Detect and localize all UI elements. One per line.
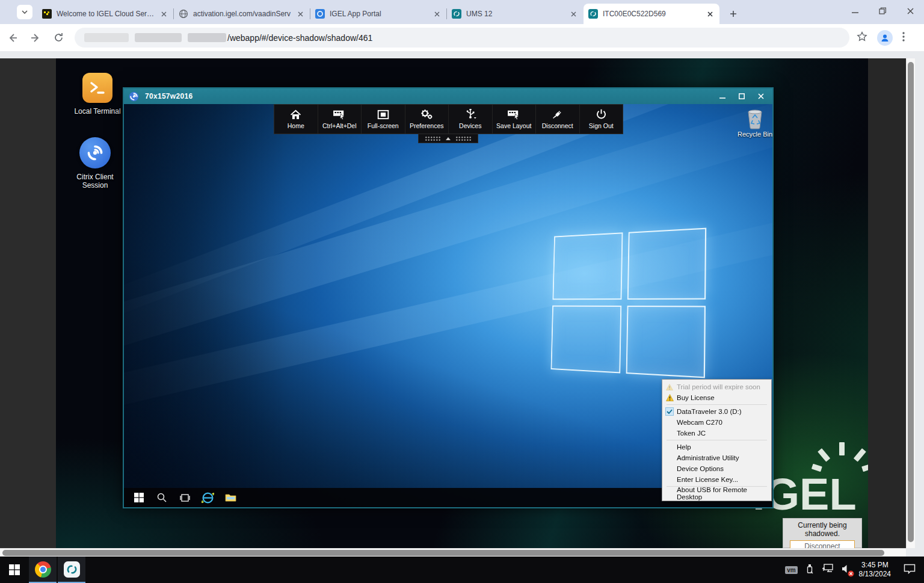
host-clock-date: 8/13/2024: [859, 570, 891, 579]
toolbar-fullscreen-button[interactable]: Full-screen: [362, 105, 405, 134]
browser-menu-kebab-icon[interactable]: [902, 32, 905, 44]
tab-device-shadow-active[interactable]: ITC00E0C522D569: [584, 4, 719, 24]
host-tray-usb-icon[interactable]: [805, 564, 814, 576]
reload-button[interactable]: [48, 28, 69, 48]
new-tab-button[interactable]: [725, 5, 742, 22]
tab-close-icon[interactable]: [295, 9, 305, 19]
remote-file-explorer-button[interactable]: [219, 488, 242, 507]
citrix-session-window: 70x157w2016: [123, 87, 774, 508]
recycle-bin-icon[interactable]: Recycle Bin: [734, 108, 772, 138]
menu-item-device-options[interactable]: Device Options: [662, 463, 771, 474]
gears-icon: [420, 109, 433, 120]
host-taskbar-chrome-button[interactable]: [29, 557, 57, 583]
menu-item-enter-license-key[interactable]: Enter License Key...: [662, 474, 771, 485]
browser-restore-button[interactable]: [869, 0, 896, 22]
session-close-button[interactable]: [754, 91, 768, 102]
recycle-bin-label: Recycle Bin: [734, 131, 772, 138]
chevron-down-icon: [22, 10, 28, 14]
toolbar-preferences-button[interactable]: Preferences: [405, 105, 449, 134]
horizontal-scrollbar[interactable]: [0, 548, 906, 557]
shadowed-desktop-canvas[interactable]: Local Terminal Citrix Client Session: [56, 58, 868, 548]
shadowing-status-text: Currently being shadowed.: [783, 521, 861, 538]
collapse-up-icon: [445, 137, 451, 141]
tab-close-icon[interactable]: [159, 9, 168, 19]
tab-igel-app-portal[interactable]: IGEL App Portal: [310, 4, 446, 24]
desktop-icon-citrix-session[interactable]: Citrix Client Session: [67, 137, 123, 190]
bookmark-star-icon[interactable]: [857, 31, 867, 45]
host-start-button[interactable]: [0, 557, 29, 583]
task-view-icon: [180, 493, 190, 502]
warning-icon: [662, 384, 677, 390]
remote-task-view-button[interactable]: [173, 488, 196, 507]
vertical-scrollbar-thumb[interactable]: [908, 62, 914, 542]
terminal-icon: [82, 73, 112, 103]
desktop-icon-local-terminal[interactable]: Local Terminal: [69, 73, 126, 116]
toolbar-disconnect-button[interactable]: Disconnect: [536, 105, 580, 134]
menu-item-admin-utility[interactable]: Administrative Utility: [662, 452, 771, 463]
tab-ums-12[interactable]: UMS 12: [447, 4, 583, 24]
host-clock[interactable]: 3:45 PM 8/13/2024: [859, 561, 891, 579]
profile-avatar[interactable]: [877, 30, 893, 46]
redacted-url-segment: [84, 33, 129, 42]
shadow-letterbox-right: [868, 58, 906, 548]
fullscreen-icon: [377, 110, 389, 120]
back-button[interactable]: [2, 28, 23, 48]
vmware-tray-icon[interactable]: vm: [785, 566, 797, 574]
vertical-scrollbar[interactable]: [906, 58, 915, 548]
toolbar-home-button[interactable]: Home: [274, 105, 318, 134]
toolbar-save-layout-button[interactable]: Save Layout: [493, 105, 537, 134]
remote-start-button[interactable]: [128, 488, 150, 507]
horizontal-scrollbar-thumb[interactable]: [2, 550, 884, 556]
browser-minimize-button[interactable]: [841, 0, 869, 22]
tab-activation-igel[interactable]: activation.igel.com/vaadinServ: [174, 4, 310, 24]
keyboard-cursor-icon: [332, 109, 346, 120]
menu-item-webcam[interactable]: Webcam C270: [662, 417, 771, 428]
remote-search-button[interactable]: [150, 488, 173, 507]
device-shadow-page: Local Terminal Citrix Client Session: [0, 51, 924, 557]
url-omnibox[interactable]: /webapp/#/device-shadow/shadow/461: [75, 28, 849, 48]
tab-search-button[interactable]: [17, 5, 32, 19]
save-layout-icon: [507, 109, 521, 120]
tab-close-icon[interactable]: [432, 9, 442, 19]
action-center-icon[interactable]: [904, 564, 916, 576]
windows-logo-icon: [134, 493, 144, 502]
menu-item-about-usb[interactable]: About USB for Remote Desktop: [662, 488, 771, 499]
host-tray-volume-muted-icon[interactable]: [842, 564, 851, 576]
session-minimize-button[interactable]: [716, 91, 729, 102]
menu-item-trial-expire: Trial period will expire soon: [662, 381, 771, 392]
session-maximize-button[interactable]: [735, 91, 748, 102]
session-window-titlebar[interactable]: 70x157w2016: [124, 88, 772, 104]
app-portal-favicon: [315, 9, 325, 19]
desktop-icon-label: Local Terminal: [69, 107, 126, 116]
browser-close-button[interactable]: [896, 0, 924, 22]
recycle-bin-glyph: [746, 108, 764, 129]
forward-button[interactable]: [25, 28, 46, 48]
tab-close-icon[interactable]: [705, 9, 715, 19]
toolbar-sign-out-button[interactable]: Sign Out: [580, 105, 623, 134]
remote-windows-desktop[interactable]: Recycle Bin Home Ctrl+Alt+Del Full-scree…: [124, 104, 772, 507]
igel-cloud-favicon: [42, 9, 52, 19]
host-tray-network-icon[interactable]: [822, 564, 834, 576]
host-windows-taskbar: vm 3:45 PM 8/13/2024: [0, 557, 924, 583]
menu-item-help[interactable]: Help: [662, 442, 771, 452]
search-icon: [157, 493, 167, 502]
menu-item-buy-license[interactable]: Buy License: [662, 392, 771, 403]
redacted-url-segment: [135, 33, 182, 42]
menu-item-token[interactable]: Token JC: [662, 428, 771, 439]
toolbar-ctrl-alt-del-button[interactable]: Ctrl+Alt+Del: [318, 105, 362, 134]
igel-ums-favicon: [452, 9, 461, 19]
host-taskbar-igel-ums-button[interactable]: [58, 557, 85, 583]
igel-device-favicon: [588, 9, 598, 19]
menu-item-datatraveler[interactable]: DataTraveler 3.0 (D:): [662, 406, 771, 417]
session-window-title: 70x157w2016: [145, 92, 192, 100]
globe-favicon: [179, 9, 188, 19]
shadow-disconnect-button[interactable]: Disconnect: [790, 540, 855, 548]
tab-close-icon[interactable]: [568, 9, 578, 19]
shadow-letterbox-left: [0, 58, 56, 548]
toolbar-drag-handle[interactable]: [418, 134, 478, 143]
remote-internet-explorer-button[interactable]: [196, 488, 219, 507]
chrome-icon: [35, 561, 51, 578]
tab-welcome-igel-cloud[interactable]: Welcome to IGEL Cloud Service: [37, 4, 173, 24]
toolbar-devices-button[interactable]: Devices: [449, 105, 493, 134]
browser-tab-strip: Welcome to IGEL Cloud Service activation…: [0, 0, 924, 24]
